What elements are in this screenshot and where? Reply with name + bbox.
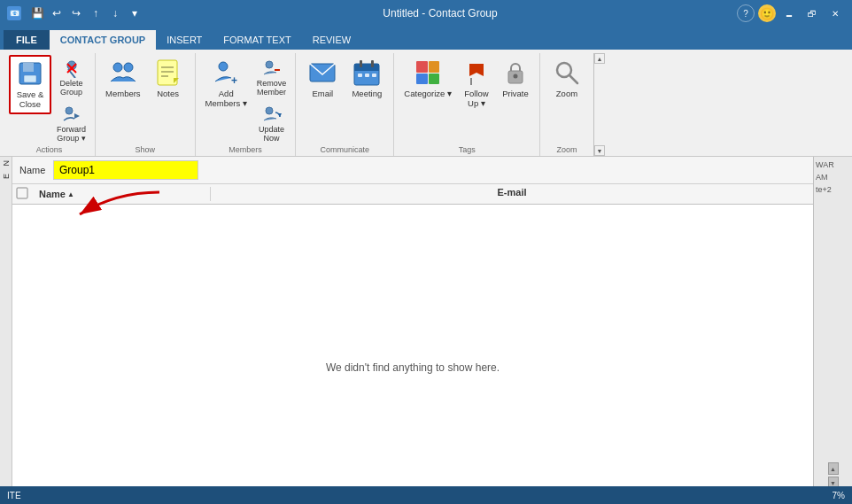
name-input[interactable] <box>53 160 198 180</box>
tab-file[interactable]: FILE <box>4 30 50 50</box>
right-scroll-up[interactable]: ▲ <box>828 462 839 475</box>
right-panel: WAR AM te+2 ▲ ▼ ▲ ▼ <box>813 157 852 504</box>
name-row: Name <box>12 157 813 184</box>
meeting-button[interactable]: Meeting <box>345 55 388 102</box>
delete-icon <box>61 58 82 79</box>
follow-up-button[interactable]: FollowUp ▾ <box>458 55 495 112</box>
tab-review[interactable]: REVIEW <box>302 30 361 50</box>
zoom-icon <box>553 58 581 87</box>
window-title: Untitled - Contact Group <box>143 7 737 19</box>
svg-point-17 <box>266 61 273 68</box>
zoom-label-group: Zoom <box>556 145 577 156</box>
ribbon-group-show: Members Notes Show <box>96 53 196 156</box>
window-controls: ? 🙂 🗕 🗗 ✕ <box>737 4 845 23</box>
add-members-icon: + <box>212 58 240 87</box>
empty-text: We didn't find anything to show here. <box>326 361 500 374</box>
members-button[interactable]: Members <box>101 55 145 102</box>
status-bar: ITE 7% <box>0 486 852 504</box>
ribbon-group-actions: Save &Close DeleteGroup <box>4 53 96 156</box>
up-qa-btn[interactable]: ↑ <box>87 4 105 22</box>
zoom-buttons: Zoom <box>546 55 588 145</box>
app-icon: 📧 <box>7 6 21 20</box>
tab-contact-group[interactable]: CONTACT GROUP <box>50 30 156 50</box>
left-sidebar: N E <box>0 157 12 504</box>
categorize-button[interactable]: Categorize ▾ <box>399 55 456 102</box>
sidebar-letter-e: E <box>0 170 12 182</box>
zoom-label: Zoom <box>556 89 577 98</box>
follow-up-icon <box>462 58 491 87</box>
tags-label: Tags <box>459 145 476 156</box>
members-icon <box>109 58 137 87</box>
actions-label: Actions <box>36 145 63 156</box>
ribbon-scroll-down[interactable]: ▼ <box>594 145 605 156</box>
more-qa-btn[interactable]: ▾ <box>126 4 143 22</box>
status-right: 7% <box>833 491 845 500</box>
table-header: Name ▲ E-mail <box>12 184 813 205</box>
minimize-button[interactable]: 🗕 <box>779 4 799 23</box>
ribbon-scrollbar: ▲ ▼ <box>593 53 604 156</box>
show-buttons: Members Notes <box>101 55 190 145</box>
svg-point-7 <box>66 107 73 114</box>
remove-member-icon <box>261 58 283 79</box>
delete-group-label: DeleteGroup <box>60 79 83 97</box>
private-icon <box>501 58 530 87</box>
svg-point-9 <box>124 63 133 72</box>
update-now-button[interactable]: UpdateNow <box>253 101 290 145</box>
svg-point-8 <box>113 63 122 72</box>
ribbon-scroll-up[interactable]: ▲ <box>594 53 605 64</box>
right-panel-text-2: AM <box>816 173 850 182</box>
ribbon-group-communicate: Email Meeting Communicate <box>296 53 394 156</box>
save-close-label: Save &Close <box>17 89 44 110</box>
save-qa-btn[interactable]: 💾 <box>28 4 46 22</box>
title-bar: 📧 💾 ↩ ↪ ↑ ↓ ▾ Untitled - Contact Group ?… <box>0 0 852 27</box>
tab-insert[interactable]: INSERT <box>156 30 213 50</box>
zoom-button[interactable]: Zoom <box>546 55 588 102</box>
remove-member-button[interactable]: RemoveMember <box>253 55 290 99</box>
sidebar-letter-n: N <box>0 157 12 170</box>
svg-rect-27 <box>365 74 369 77</box>
add-members-button[interactable]: + AddMembers ▾ <box>201 55 252 112</box>
notes-icon <box>154 58 182 87</box>
close-button[interactable]: ✕ <box>825 4 845 23</box>
ribbon: Save &Close DeleteGroup <box>0 50 852 157</box>
notes-button[interactable]: Notes <box>147 55 190 102</box>
title-bar-left: 📧 💾 ↩ ↪ ↑ ↓ ▾ <box>7 4 143 22</box>
forward-group-button[interactable]: ForwardGroup ▾ <box>53 101 89 145</box>
th-email-label: E-mail <box>497 187 526 198</box>
svg-rect-1 <box>23 63 34 72</box>
th-name-col[interactable]: Name ▲ <box>34 187 211 201</box>
svg-point-32 <box>513 74 517 79</box>
empty-message: We didn't find anything to show here. <box>12 205 813 504</box>
maximize-button[interactable]: 🗗 <box>802 4 822 23</box>
email-icon <box>308 58 337 87</box>
right-panel-text-1: WAR <box>816 160 850 169</box>
categorize-label: Categorize ▾ <box>404 89 452 98</box>
svg-rect-2 <box>24 75 36 82</box>
help-button[interactable]: ? <box>737 4 755 22</box>
follow-up-label: FollowUp ▾ <box>464 89 488 109</box>
private-button[interactable]: Private <box>497 55 534 102</box>
svg-rect-24 <box>360 60 362 67</box>
svg-rect-28 <box>372 74 376 77</box>
tab-format-text[interactable]: FORMAT TEXT <box>213 30 301 50</box>
meeting-icon <box>352 58 381 87</box>
email-button[interactable]: Email <box>301 55 344 102</box>
undo-qa-btn[interactable]: ↩ <box>48 4 66 22</box>
categorize-icon <box>414 58 442 87</box>
redo-qa-btn[interactable]: ↪ <box>67 4 85 22</box>
th-email-col[interactable]: E-mail <box>211 187 813 201</box>
forward-group-label: ForwardGroup ▾ <box>57 125 86 143</box>
ribbon-group-zoom: Zoom Zoom <box>540 53 593 156</box>
svg-marker-29 <box>468 64 484 76</box>
right-panel-text-3: te+2 <box>816 185 850 194</box>
svg-rect-23 <box>354 64 379 71</box>
remove-update-group: RemoveMember UpdateNow <box>253 55 290 145</box>
members-label-group: Members <box>228 145 262 156</box>
save-close-button[interactable]: Save &Close <box>9 55 51 114</box>
svg-text:+: + <box>231 74 237 87</box>
remove-member-label: RemoveMember <box>257 79 287 97</box>
svg-rect-26 <box>358 74 362 77</box>
down-qa-btn[interactable]: ↓ <box>106 4 124 22</box>
delete-group-button[interactable]: DeleteGroup <box>53 55 89 99</box>
members-label: Members <box>105 89 141 98</box>
